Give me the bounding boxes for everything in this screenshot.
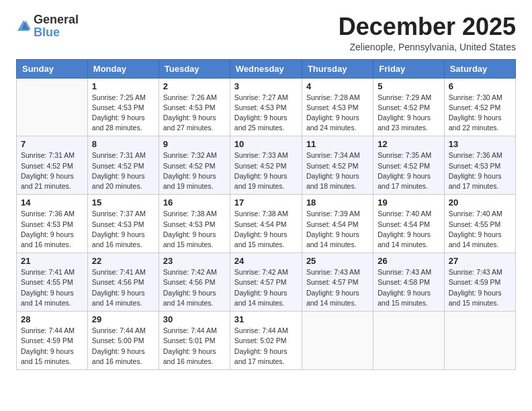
day-cell: 23Sunrise: 7:42 AM Sunset: 4:56 PM Dayli…	[159, 253, 230, 312]
day-number: 11	[306, 139, 369, 149]
day-info: Sunrise: 7:31 AM Sunset: 4:52 PM Dayligh…	[21, 150, 83, 191]
day-number: 8	[92, 139, 154, 149]
day-cell: 21Sunrise: 7:41 AM Sunset: 4:55 PM Dayli…	[17, 253, 88, 312]
day-number: 24	[234, 256, 298, 266]
day-info: Sunrise: 7:44 AM Sunset: 5:00 PM Dayligh…	[92, 326, 154, 367]
calendar-table: SundayMondayTuesdayWednesdayThursdayFrid…	[16, 59, 516, 370]
day-number: 3	[234, 81, 298, 91]
day-cell: 4Sunrise: 7:28 AM Sunset: 4:53 PM Daylig…	[302, 78, 373, 136]
page-header: General Blue December 2025 Zelienople, P…	[16, 13, 516, 52]
day-number: 22	[92, 256, 154, 266]
day-info: Sunrise: 7:44 AM Sunset: 4:59 PM Dayligh…	[21, 326, 83, 367]
day-info: Sunrise: 7:41 AM Sunset: 4:55 PM Dayligh…	[21, 267, 83, 308]
day-cell: 10Sunrise: 7:33 AM Sunset: 4:52 PM Dayli…	[230, 136, 302, 195]
day-number: 9	[163, 139, 226, 149]
day-cell	[302, 312, 373, 370]
day-number: 17	[234, 197, 298, 208]
week-row-4: 21Sunrise: 7:41 AM Sunset: 4:55 PM Dayli…	[17, 253, 516, 312]
day-info: Sunrise: 7:29 AM Sunset: 4:52 PM Dayligh…	[378, 93, 439, 134]
day-cell: 25Sunrise: 7:43 AM Sunset: 4:57 PM Dayli…	[302, 253, 373, 312]
day-number: 18	[306, 197, 369, 208]
day-info: Sunrise: 7:42 AM Sunset: 4:57 PM Dayligh…	[234, 267, 298, 308]
day-number: 6	[449, 81, 511, 91]
day-number: 5	[378, 81, 439, 91]
day-cell: 17Sunrise: 7:38 AM Sunset: 4:54 PM Dayli…	[230, 195, 302, 253]
day-cell: 8Sunrise: 7:31 AM Sunset: 4:52 PM Daylig…	[87, 136, 159, 195]
day-info: Sunrise: 7:31 AM Sunset: 4:52 PM Dayligh…	[92, 150, 154, 191]
logo: General Blue	[16, 13, 79, 39]
day-info: Sunrise: 7:36 AM Sunset: 4:53 PM Dayligh…	[449, 150, 511, 191]
day-info: Sunrise: 7:43 AM Sunset: 4:59 PM Dayligh…	[449, 267, 511, 308]
day-info: Sunrise: 7:36 AM Sunset: 4:53 PM Dayligh…	[21, 209, 83, 250]
day-cell: 15Sunrise: 7:37 AM Sunset: 4:53 PM Dayli…	[87, 195, 159, 253]
day-cell: 11Sunrise: 7:34 AM Sunset: 4:52 PM Dayli…	[302, 136, 373, 195]
day-number: 27	[449, 256, 511, 266]
week-row-5: 28Sunrise: 7:44 AM Sunset: 4:59 PM Dayli…	[17, 312, 516, 370]
day-cell: 18Sunrise: 7:39 AM Sunset: 4:54 PM Dayli…	[302, 195, 373, 253]
logo-text-general: General	[34, 13, 79, 26]
day-info: Sunrise: 7:28 AM Sunset: 4:53 PM Dayligh…	[306, 93, 369, 134]
day-cell: 1Sunrise: 7:25 AM Sunset: 4:53 PM Daylig…	[87, 78, 159, 136]
weekday-header-sunday: Sunday	[17, 59, 88, 78]
day-cell: 16Sunrise: 7:38 AM Sunset: 4:53 PM Dayli…	[159, 195, 230, 253]
day-number: 4	[306, 81, 369, 91]
day-cell: 9Sunrise: 7:32 AM Sunset: 4:52 PM Daylig…	[159, 136, 230, 195]
day-info: Sunrise: 7:39 AM Sunset: 4:54 PM Dayligh…	[306, 209, 369, 250]
day-number: 20	[449, 197, 511, 208]
day-info: Sunrise: 7:40 AM Sunset: 4:55 PM Dayligh…	[449, 209, 511, 250]
day-cell: 29Sunrise: 7:44 AM Sunset: 5:00 PM Dayli…	[87, 312, 159, 370]
title-block: December 2025 Zelienople, Pennsylvania, …	[339, 13, 516, 52]
day-number: 14	[21, 197, 83, 208]
day-info: Sunrise: 7:38 AM Sunset: 4:53 PM Dayligh…	[163, 209, 226, 250]
day-info: Sunrise: 7:34 AM Sunset: 4:52 PM Dayligh…	[306, 150, 369, 191]
day-cell: 30Sunrise: 7:44 AM Sunset: 5:01 PM Dayli…	[159, 312, 230, 370]
location-title: Zelienople, Pennsylvania, United States	[339, 42, 516, 52]
week-row-2: 7Sunrise: 7:31 AM Sunset: 4:52 PM Daylig…	[17, 136, 516, 195]
day-info: Sunrise: 7:38 AM Sunset: 4:54 PM Dayligh…	[234, 209, 298, 250]
day-number: 16	[163, 197, 226, 208]
day-cell: 22Sunrise: 7:41 AM Sunset: 4:56 PM Dayli…	[87, 253, 159, 312]
day-number: 21	[21, 256, 83, 266]
day-cell: 5Sunrise: 7:29 AM Sunset: 4:52 PM Daylig…	[373, 78, 444, 136]
day-cell: 27Sunrise: 7:43 AM Sunset: 4:59 PM Dayli…	[444, 253, 515, 312]
day-info: Sunrise: 7:37 AM Sunset: 4:53 PM Dayligh…	[92, 209, 154, 250]
logo-text-blue: Blue	[34, 26, 60, 39]
day-number: 15	[92, 197, 154, 208]
day-info: Sunrise: 7:35 AM Sunset: 4:52 PM Dayligh…	[378, 150, 439, 191]
day-cell: 20Sunrise: 7:40 AM Sunset: 4:55 PM Dayli…	[444, 195, 515, 253]
day-cell: 13Sunrise: 7:36 AM Sunset: 4:53 PM Dayli…	[444, 136, 515, 195]
day-info: Sunrise: 7:30 AM Sunset: 4:52 PM Dayligh…	[449, 93, 511, 134]
day-info: Sunrise: 7:44 AM Sunset: 5:01 PM Dayligh…	[163, 326, 226, 367]
day-info: Sunrise: 7:43 AM Sunset: 4:57 PM Dayligh…	[306, 267, 369, 308]
day-number: 7	[21, 139, 83, 149]
day-number: 12	[378, 139, 439, 149]
day-info: Sunrise: 7:41 AM Sunset: 4:56 PM Dayligh…	[92, 267, 154, 308]
day-number: 23	[163, 256, 226, 266]
day-number: 1	[92, 81, 154, 91]
day-info: Sunrise: 7:32 AM Sunset: 4:52 PM Dayligh…	[163, 150, 226, 191]
day-cell: 3Sunrise: 7:27 AM Sunset: 4:53 PM Daylig…	[230, 78, 302, 136]
day-number: 31	[234, 314, 298, 324]
day-info: Sunrise: 7:26 AM Sunset: 4:53 PM Dayligh…	[163, 93, 226, 134]
day-number: 30	[163, 314, 226, 324]
day-number: 26	[378, 256, 439, 266]
day-cell: 28Sunrise: 7:44 AM Sunset: 4:59 PM Dayli…	[17, 312, 88, 370]
day-number: 19	[378, 197, 439, 208]
day-info: Sunrise: 7:25 AM Sunset: 4:53 PM Dayligh…	[92, 93, 154, 134]
day-info: Sunrise: 7:44 AM Sunset: 5:02 PM Dayligh…	[234, 326, 298, 367]
weekday-header-thursday: Thursday	[302, 59, 373, 78]
week-row-1: 1Sunrise: 7:25 AM Sunset: 4:53 PM Daylig…	[17, 78, 516, 136]
day-info: Sunrise: 7:43 AM Sunset: 4:58 PM Dayligh…	[378, 267, 439, 308]
day-cell	[444, 312, 515, 370]
day-cell	[373, 312, 444, 370]
weekday-header-tuesday: Tuesday	[159, 59, 230, 78]
day-cell: 24Sunrise: 7:42 AM Sunset: 4:57 PM Dayli…	[230, 253, 302, 312]
month-title: December 2025	[339, 13, 516, 40]
logo-icon	[16, 19, 31, 34]
weekday-header-friday: Friday	[373, 59, 444, 78]
day-cell: 2Sunrise: 7:26 AM Sunset: 4:53 PM Daylig…	[159, 78, 230, 136]
weekday-header-row: SundayMondayTuesdayWednesdayThursdayFrid…	[17, 59, 516, 78]
day-info: Sunrise: 7:33 AM Sunset: 4:52 PM Dayligh…	[234, 150, 298, 191]
day-cell: 6Sunrise: 7:30 AM Sunset: 4:52 PM Daylig…	[444, 78, 515, 136]
day-cell: 7Sunrise: 7:31 AM Sunset: 4:52 PM Daylig…	[17, 136, 88, 195]
